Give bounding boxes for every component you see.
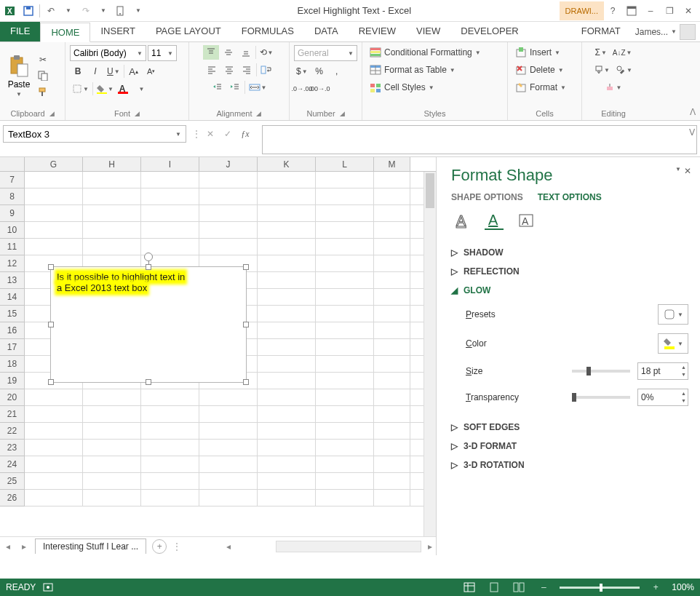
cell[interactable] [141, 473, 199, 489]
column-header[interactable]: J [199, 157, 258, 171]
cell[interactable] [258, 272, 316, 288]
tab-review[interactable]: REVIEW [349, 22, 406, 41]
textbox-content[interactable]: Is it possible to highlight text in a Ex… [51, 267, 246, 298]
section-soft-edges[interactable]: ▷SOFT EDGES [451, 418, 688, 437]
glow-color-button[interactable]: ▼ [658, 333, 688, 354]
cell[interactable] [83, 239, 141, 255]
row-header[interactable]: 18 [0, 356, 25, 373]
cell[interactable] [374, 373, 410, 389]
text-fill-outline-icon[interactable]: A [453, 211, 472, 230]
row-header[interactable]: 21 [0, 406, 25, 423]
cell[interactable] [258, 356, 316, 372]
row-header[interactable]: 13 [0, 272, 25, 289]
glow-size-input[interactable]: 18 pt▲▼ [637, 362, 688, 380]
close-button[interactable]: ✕ [680, 2, 697, 20]
cell[interactable] [316, 306, 374, 322]
tab-insert[interactable]: INSERT [90, 22, 145, 41]
insert-cells-button[interactable]: Insert▼ [512, 45, 577, 60]
align-top-icon[interactable] [203, 45, 219, 60]
cell[interactable] [316, 205, 374, 221]
touch-mode-icon[interactable] [113, 3, 129, 19]
sheet-tab[interactable]: Interesting Stuff I Lear ... [35, 539, 146, 554]
cell[interactable] [374, 322, 410, 338]
cell[interactable] [374, 440, 410, 456]
select-all-triangle[interactable] [0, 157, 25, 171]
cell[interactable] [316, 239, 374, 255]
sheet-nav-next-icon[interactable]: ▸ [16, 539, 32, 555]
column-header[interactable]: I [141, 157, 199, 171]
cell[interactable] [83, 440, 141, 456]
align-center-icon[interactable] [221, 63, 237, 77]
column-header[interactable]: K [258, 157, 316, 171]
resize-handle-ne[interactable] [243, 264, 249, 270]
cell[interactable] [374, 389, 410, 405]
cell[interactable] [83, 389, 141, 405]
row-header[interactable]: 14 [0, 289, 25, 306]
decrease-indent-icon[interactable] [210, 80, 226, 95]
horizontal-scrollbar[interactable] [276, 541, 421, 552]
font-color-button[interactable]: A▼ [117, 82, 147, 96]
cell[interactable] [141, 205, 199, 221]
borders-button[interactable]: ▼ [70, 82, 91, 96]
cell[interactable] [199, 490, 258, 506]
cell[interactable] [258, 255, 316, 271]
cell[interactable] [141, 440, 199, 456]
resize-handle-sw[interactable] [48, 379, 54, 385]
paste-button[interactable]: Paste ▼ [4, 53, 33, 99]
name-box-dropdown-icon[interactable]: ▼ [175, 131, 181, 138]
cell[interactable] [316, 356, 374, 372]
section-3d-rotation[interactable]: ▷3-D ROTATION [451, 456, 688, 474]
tab-home[interactable]: HOME [40, 23, 90, 42]
cell[interactable] [374, 188, 410, 204]
vertical-scrollbar[interactable] [423, 172, 436, 536]
percent-format-icon[interactable]: % [311, 64, 327, 79]
row-header[interactable]: 8 [0, 188, 25, 205]
cell[interactable] [199, 456, 258, 472]
clipboard-launcher-icon[interactable]: ◢ [49, 110, 55, 117]
textbox-options-icon[interactable]: A [517, 211, 536, 230]
row-header[interactable]: 10 [0, 222, 25, 239]
cell-grid[interactable]: Is it possible to highlight text in a Ex… [25, 172, 436, 536]
cell[interactable] [141, 456, 199, 472]
cell[interactable] [83, 172, 141, 188]
restore-button[interactable]: ❐ [661, 2, 678, 20]
cell[interactable] [258, 473, 316, 489]
cell[interactable] [25, 406, 83, 422]
zoom-out-icon[interactable]: – [535, 580, 552, 595]
font-size-select[interactable]: 11▼ [148, 45, 177, 61]
sheet-nav-prev-icon[interactable]: ◂ [0, 539, 16, 555]
cell[interactable] [258, 205, 316, 221]
tab-page-layout[interactable]: PAGE LAYOUT [146, 22, 231, 41]
cell[interactable] [258, 306, 316, 322]
normal-view-icon[interactable] [461, 580, 478, 595]
copy-icon[interactable] [35, 68, 51, 83]
cell[interactable] [258, 339, 316, 355]
zoom-level[interactable]: 100% [672, 582, 694, 592]
text-options-tab[interactable]: TEXT OPTIONS [538, 192, 602, 202]
row-header[interactable]: 16 [0, 322, 25, 339]
text-effects-icon[interactable]: A [485, 211, 504, 230]
cell[interactable] [258, 456, 316, 472]
row-header[interactable]: 9 [0, 205, 25, 222]
tab-developer[interactable]: DEVELOPER [450, 22, 528, 41]
minimize-button[interactable]: – [642, 2, 659, 20]
font-name-select[interactable]: Calibri (Body)▼ [70, 45, 146, 61]
cell[interactable] [25, 440, 83, 456]
resize-handle-w[interactable] [48, 322, 54, 327]
format-as-table-button[interactable]: Format as Table▼ [367, 63, 503, 77]
cell[interactable] [316, 423, 374, 439]
accounting-format-icon[interactable]: $▼ [294, 64, 310, 79]
row-header[interactable]: 15 [0, 306, 25, 322]
cell[interactable] [316, 440, 374, 456]
increase-font-icon[interactable]: A▴ [126, 64, 142, 79]
zoom-slider-handle[interactable] [600, 584, 602, 592]
row-header[interactable]: 17 [0, 339, 25, 356]
alignment-launcher-icon[interactable]: ◢ [256, 110, 261, 117]
cell[interactable] [374, 406, 410, 422]
row-header[interactable]: 22 [0, 423, 25, 440]
cell[interactable] [258, 440, 316, 456]
cell[interactable] [374, 239, 410, 255]
cell[interactable] [374, 473, 410, 489]
row-header[interactable]: 25 [0, 473, 25, 490]
cell[interactable] [316, 456, 374, 472]
